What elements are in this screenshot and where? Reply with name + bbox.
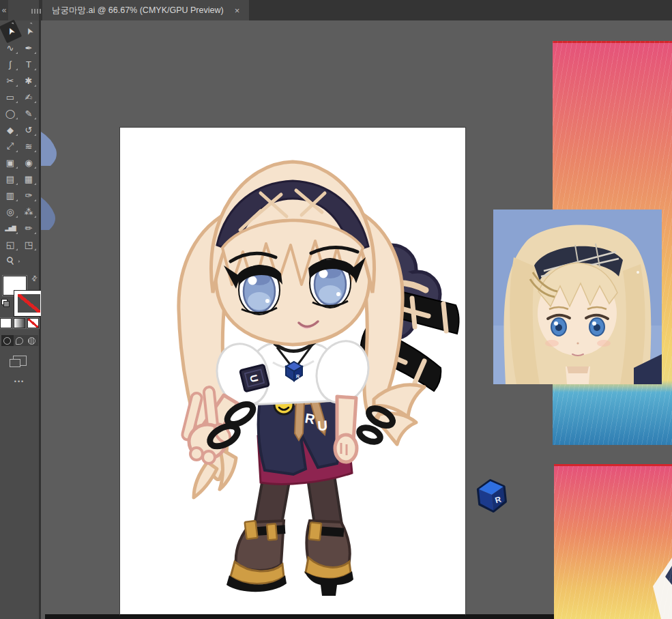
mesh-tool[interactable]: ▦ bbox=[20, 171, 38, 187]
curvature-tool[interactable]: ∫ bbox=[1, 56, 20, 72]
ellipse-tool[interactable]: ◯ bbox=[1, 105, 20, 121]
scale-tool[interactable]: ⤢ bbox=[1, 138, 20, 154]
pasteboard-arc-shape bbox=[41, 126, 59, 167]
paintbrush-tool[interactable]: ✍ bbox=[20, 89, 38, 105]
canvas-pasteboard[interactable]: R U R bbox=[41, 20, 672, 619]
swap-colors-icon[interactable]: ⇄ bbox=[29, 274, 39, 283]
gradient-tool[interactable]: ▥ bbox=[1, 187, 20, 203]
tools-panel: ➤ ➤ ∿ ✒ ∫ T ✂ ✱ ▭ ✍ ◯ ✎ ◆ ↺ ⤢ ≋ ▣ ◉ ▤ ▦ … bbox=[0, 20, 41, 619]
gradient-button[interactable] bbox=[14, 318, 25, 328]
default-colors-icon[interactable] bbox=[1, 299, 10, 307]
lasso-tool[interactable]: ∿ bbox=[1, 40, 20, 56]
slice-tool[interactable]: ◳ bbox=[20, 236, 38, 253]
fill-stroke-widget: ⇄ bbox=[1, 274, 38, 314]
stroke-color-swatch[interactable] bbox=[14, 291, 44, 316]
document-tab[interactable]: 남궁마망.ai @ 66.67% (CMYK/GPU Preview) × bbox=[42, 0, 249, 20]
tools-grid: ➤ ➤ ∿ ✒ ∫ T ✂ ✱ ▭ ✍ ◯ ✎ ◆ ↺ ⤢ ≋ ▣ ◉ ▤ ▦ … bbox=[0, 20, 39, 269]
symbol-sprayer-tool[interactable]: ⁂ bbox=[20, 203, 38, 220]
type-tool[interactable]: T bbox=[20, 56, 38, 72]
free-transform-tool[interactable]: ▣ bbox=[1, 154, 20, 171]
illustrator-window: « 남궁마망.ai @ 66.67% (CMYK/GPU Preview) × … bbox=[0, 0, 672, 619]
reference-corner-shape bbox=[645, 558, 672, 619]
shape-builder-tool[interactable]: ◉ bbox=[20, 154, 38, 171]
pendant-letter: R bbox=[296, 374, 300, 379]
skirt-letter-u: U bbox=[317, 418, 328, 433]
cube-app-icon[interactable]: R bbox=[476, 479, 508, 513]
collapse-panel-icon[interactable]: « bbox=[0, 0, 8, 20]
drawing-mode-buttons bbox=[0, 335, 39, 346]
character-head bbox=[211, 162, 374, 345]
eraser-tool[interactable]: ◆ bbox=[1, 121, 20, 138]
sleeve-patch: U bbox=[240, 364, 269, 392]
blend-tool[interactable]: ◎ bbox=[1, 203, 20, 220]
blob-brush-tool[interactable]: ✏ bbox=[20, 220, 38, 236]
rectangle-tool[interactable]: ▭ bbox=[1, 89, 20, 105]
document-tab-bar: « 남궁마망.ai @ 66.67% (CMYK/GPU Preview) × bbox=[0, 0, 672, 21]
tab-close-icon[interactable]: × bbox=[235, 6, 240, 15]
pen-tool[interactable]: ✒ bbox=[20, 40, 38, 56]
shaper-tool[interactable]: ✎ bbox=[20, 105, 38, 121]
document-tab-title: 남궁마망.ai @ 66.67% (CMYK/GPU Preview) bbox=[52, 5, 224, 16]
draw-behind-button[interactable] bbox=[14, 335, 26, 346]
column-graph-tool[interactable]: ▂▅▇ bbox=[1, 220, 20, 236]
screen-mode-button[interactable] bbox=[13, 356, 27, 366]
reference-image-gradient-bottom[interactable] bbox=[554, 464, 672, 619]
character-boots bbox=[227, 521, 353, 596]
color-mode-buttons bbox=[0, 318, 39, 328]
magic-wand-tool[interactable]: ✱ bbox=[20, 72, 38, 89]
reference-image-face[interactable] bbox=[493, 210, 662, 384]
edit-toolbar-button[interactable]: ••• bbox=[0, 378, 39, 385]
rotate-tool[interactable]: ↺ bbox=[20, 121, 38, 138]
pasteboard-arc-shape bbox=[41, 193, 57, 230]
none-button[interactable] bbox=[27, 318, 39, 328]
artboard[interactable]: R U R bbox=[119, 127, 466, 616]
draw-inside-button[interactable] bbox=[26, 335, 38, 346]
character-artwork[interactable]: R U R bbox=[120, 128, 465, 614]
color-button[interactable] bbox=[0, 318, 12, 328]
perspective-grid-tool[interactable]: ▤ bbox=[1, 171, 20, 187]
draw-normal-button[interactable] bbox=[1, 335, 14, 346]
eyedropper-tool[interactable]: ✑ bbox=[20, 187, 38, 203]
width-tool[interactable]: ≋ bbox=[20, 138, 38, 154]
scissors-tool[interactable]: ✂ bbox=[1, 72, 20, 89]
toolbar-dock-header: « bbox=[0, 0, 39, 20]
